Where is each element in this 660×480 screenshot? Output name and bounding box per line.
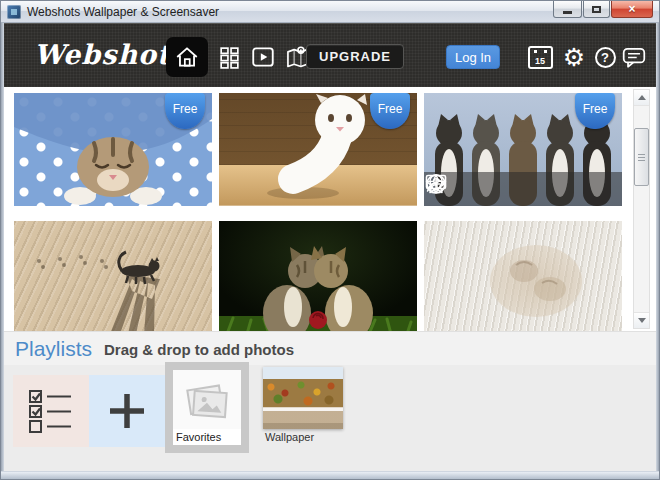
vertical-scrollbar: [633, 89, 650, 329]
help-icon: ?: [595, 47, 616, 68]
webshots-logo: Webshots: [34, 24, 187, 88]
maximize-icon: [592, 6, 601, 13]
minimize-icon: [563, 11, 572, 14]
cat-shadow-illustration: [14, 221, 212, 331]
settings-button[interactable]: ⚙: [560, 43, 588, 71]
nav-thumbnails-button[interactable]: [212, 37, 246, 77]
add-to-playlist-button[interactable]: [474, 176, 500, 202]
app-icon: [7, 5, 21, 19]
kissing-kittens-illustration: [219, 221, 417, 331]
calendar-icon: 15: [528, 46, 553, 69]
plus-icon: [105, 389, 149, 433]
playlists-tray: Favorites Wallpaper: [4, 365, 658, 473]
photo-sleeping-kitten[interactable]: Free: [14, 93, 212, 206]
window-title: Webshots Wallpaper & Screensaver: [27, 5, 219, 19]
titlebar: Webshots Wallpaper & Screensaver ×: [1, 1, 659, 23]
gear-icon: ⚙: [563, 45, 585, 70]
photo-five-kittens[interactable]: Free: [424, 93, 622, 206]
add-playlist-tile[interactable]: [89, 375, 165, 447]
chat-bubble-icon: [621, 44, 647, 70]
share-button[interactable]: [546, 176, 572, 202]
window-controls: ×: [552, 1, 653, 18]
favorites-tile-label: Favorites: [173, 429, 241, 445]
location-pin-icon: [424, 172, 448, 196]
photo-cat-shadow[interactable]: [14, 221, 212, 331]
photo-hover-toolbar: [424, 172, 622, 206]
window-frame-right: [656, 23, 659, 473]
photo-kissing-kittens[interactable]: [219, 221, 417, 331]
playlists-title: Playlists: [15, 337, 92, 361]
close-icon: ×: [628, 3, 635, 15]
playlist-options-tile[interactable]: [13, 375, 89, 447]
wallpaper-tile-label: Wallpaper: [265, 431, 314, 443]
home-icon: [174, 44, 200, 70]
playlists-header: Playlists Drag & drop to add photos: [4, 331, 658, 365]
favorites-icon-area: [173, 370, 241, 429]
location-button[interactable]: [583, 176, 609, 202]
playlist-tile-favorites[interactable]: Favorites: [165, 362, 249, 453]
upgrade-button[interactable]: UPGRADE: [306, 44, 404, 69]
scroll-up-button[interactable]: [634, 90, 649, 106]
minimize-button[interactable]: [553, 1, 582, 18]
maximize-button[interactable]: [583, 1, 610, 18]
photo-fur-kittens[interactable]: [424, 221, 622, 331]
favorites-tile-inner: Favorites: [173, 370, 241, 445]
photo-stack-icon: [184, 380, 230, 420]
window-frame-bottom: [1, 471, 659, 479]
login-button[interactable]: Log In: [446, 45, 500, 69]
app-header: Webshots: [4, 23, 656, 87]
calendar-button[interactable]: 15: [526, 43, 554, 71]
window-frame-left: [1, 23, 4, 473]
help-glyph: ?: [601, 50, 609, 65]
app-window: Webshots Wallpaper & Screensaver × Websh…: [0, 0, 660, 480]
feedback-button[interactable]: [620, 43, 648, 71]
playlists-subtitle: Drag & drop to add photos: [104, 341, 294, 358]
favorite-button[interactable]: [510, 176, 536, 202]
checklist-icon: [27, 388, 75, 434]
calendar-day: 15: [535, 55, 545, 67]
playlist-tile-wallpaper[interactable]: Wallpaper: [263, 367, 343, 443]
photo-grid: Free Free Free: [4, 87, 658, 331]
play-icon: [250, 44, 276, 70]
close-button[interactable]: ×: [611, 1, 653, 18]
nav-home-button[interactable]: [166, 37, 208, 77]
scroll-down-button[interactable]: [634, 312, 649, 328]
scrollbar-thumb[interactable]: [634, 128, 649, 186]
photo-white-cat-paw[interactable]: Free: [219, 93, 417, 206]
wallpaper-thumbnail: [263, 367, 343, 429]
arrow-down-icon: [638, 318, 646, 323]
fur-kittens-illustration: [424, 221, 622, 331]
grid-icon: [217, 45, 242, 70]
help-button[interactable]: ?: [591, 43, 619, 71]
arrow-up-icon: [638, 95, 646, 100]
nav-slideshow-button[interactable]: [246, 37, 280, 77]
